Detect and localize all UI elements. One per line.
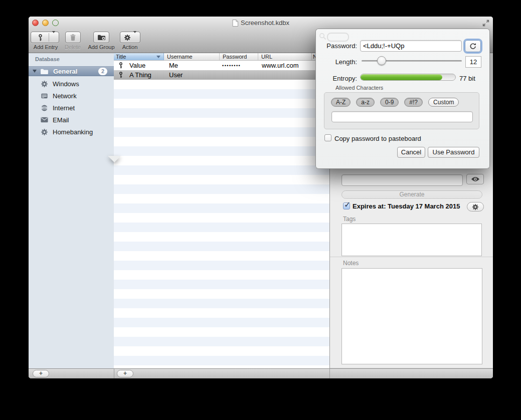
fullscreen-icon[interactable] xyxy=(482,20,489,27)
notes-input[interactable] xyxy=(341,268,482,364)
column-header-url[interactable]: URL xyxy=(258,53,312,60)
magnifier-icon xyxy=(319,33,326,40)
sidebar: Database General 2 Windows Network Inter… xyxy=(29,53,114,368)
chevron-down-icon[interactable] xyxy=(49,33,58,42)
empty-row-stripes xyxy=(114,80,329,368)
expiry-options-button[interactable] xyxy=(467,202,484,212)
sidebar-group-general[interactable]: General 2 xyxy=(29,66,114,76)
folder-icon xyxy=(40,68,49,75)
checkmark-icon: ✓ xyxy=(344,200,351,209)
cell-password: •••••••• xyxy=(220,63,258,68)
disclosure-triangle-icon[interactable] xyxy=(33,70,37,73)
key-icon xyxy=(38,34,43,42)
entry-table: Title Username Password URL Notes Value … xyxy=(114,53,329,368)
sidebar-item-label: Internet xyxy=(53,104,75,112)
use-password-button[interactable]: Use Password xyxy=(428,147,479,158)
reveal-password-button[interactable] xyxy=(466,174,484,184)
custom-characters-field[interactable] xyxy=(331,111,473,122)
entry-count-badge: 2 xyxy=(98,68,107,75)
app-window: Screenshot.kdbx Add Entry Delete xyxy=(29,17,493,378)
expires-label: Expires at: Tuesday 17 March 2015 xyxy=(353,202,460,210)
section-divider xyxy=(330,257,493,257)
globe-icon xyxy=(41,104,48,112)
password-generator-popover: Password: Length: 12 Entropy: 77 bit All… xyxy=(315,29,490,169)
sidebar-item-homebanking[interactable]: Homebanking xyxy=(29,126,114,138)
cancel-button[interactable]: Cancel xyxy=(397,147,425,158)
copy-to-pasteboard-checkbox[interactable] xyxy=(324,134,331,141)
charset-symbols-button[interactable]: #!? xyxy=(404,98,423,107)
table-header: Title Username Password URL Notes xyxy=(114,53,329,61)
add-group-button[interactable] xyxy=(93,32,109,43)
column-header-title[interactable]: Title xyxy=(114,53,164,60)
charset-uppercase-button[interactable]: A-Z xyxy=(331,98,351,107)
cell-title: A Thing xyxy=(129,71,151,79)
search-field-ghost xyxy=(327,33,349,42)
slider-thumb[interactable] xyxy=(377,56,386,65)
sidebar-item-label: Network xyxy=(53,92,77,100)
cell-username: User xyxy=(164,71,220,79)
add-group-plus-button[interactable]: + xyxy=(33,370,49,377)
gear-icon xyxy=(124,34,131,41)
sidebar-section-header: Database xyxy=(35,56,60,62)
cell-title: Value xyxy=(129,62,145,69)
entropy-meter-fill xyxy=(361,74,442,80)
regenerate-button[interactable] xyxy=(465,40,481,52)
sidebar-item-network[interactable]: Network xyxy=(29,90,114,102)
gear-icon xyxy=(41,80,48,88)
copy-to-pasteboard-label: Copy password to pasteboard xyxy=(334,135,421,142)
password-field[interactable] xyxy=(341,174,463,186)
allowed-characters-box: A-Z a-z 0-9 #!? Custom xyxy=(324,92,479,129)
folder-plus-icon xyxy=(97,34,106,41)
add-entry-plus-button[interactable]: + xyxy=(117,370,133,377)
action-label: Action xyxy=(110,44,150,50)
entropy-label: Entropy: xyxy=(316,75,357,82)
cell-url: www.url.com xyxy=(258,62,312,69)
sidebar-item-windows[interactable]: Windows xyxy=(29,78,114,90)
generate-button[interactable]: Generate xyxy=(341,190,482,199)
column-header-password[interactable]: Password xyxy=(220,53,258,60)
sidebar-item-label: Windows xyxy=(53,80,79,88)
column-header-username[interactable]: Username xyxy=(164,53,220,60)
notes-label: Notes xyxy=(343,260,359,267)
gear-icon xyxy=(472,203,479,211)
length-slider[interactable] xyxy=(362,60,462,62)
popover-arrow xyxy=(108,156,121,162)
document-icon xyxy=(232,20,238,27)
entropy-meter xyxy=(360,74,456,81)
length-value[interactable]: 12 xyxy=(465,56,481,68)
desktop-background: Screenshot.kdbx Add Entry Delete xyxy=(0,0,521,420)
sidebar-item-internet[interactable]: Internet xyxy=(29,102,114,114)
tags-input[interactable] xyxy=(341,224,482,256)
key-icon xyxy=(118,71,123,79)
sidebar-item-email[interactable]: EMail xyxy=(29,114,114,126)
table-row[interactable]: Value Me •••••••• www.url.com xyxy=(114,61,329,70)
title-bar[interactable]: Screenshot.kdbx xyxy=(29,17,493,29)
server-icon xyxy=(41,92,48,100)
allowed-characters-label: Allowed Characters xyxy=(335,85,383,91)
bottom-bar: + + xyxy=(29,368,493,378)
charset-lowercase-button[interactable]: a-z xyxy=(356,98,375,107)
charset-digits-button[interactable]: 0-9 xyxy=(380,98,399,107)
envelope-icon xyxy=(41,117,48,123)
sidebar-item-label: EMail xyxy=(53,116,69,124)
tags-label: Tags xyxy=(343,216,356,223)
action-button[interactable] xyxy=(120,32,140,43)
chevron-down-icon xyxy=(131,33,136,42)
gear-icon xyxy=(41,128,48,136)
window-title: Screenshot.kdbx xyxy=(241,19,289,27)
eye-icon xyxy=(471,176,480,182)
password-label: Password: xyxy=(316,42,357,50)
delete-button[interactable] xyxy=(65,32,81,43)
entropy-bits-value: 77 bit xyxy=(459,75,475,82)
table-row-selected[interactable]: A Thing User xyxy=(114,70,329,80)
charset-custom-button[interactable]: Custom xyxy=(428,98,459,107)
trash-icon xyxy=(70,34,76,41)
sort-descending-icon xyxy=(156,56,160,58)
length-label: Length: xyxy=(316,58,357,66)
divider xyxy=(329,369,330,378)
generated-password-field[interactable] xyxy=(360,40,462,52)
key-icon xyxy=(118,62,123,69)
table-body: Value Me •••••••• www.url.com A Thing Us… xyxy=(114,61,329,368)
expires-checkbox[interactable]: ✓ xyxy=(343,202,350,209)
add-entry-button[interactable] xyxy=(31,32,59,43)
